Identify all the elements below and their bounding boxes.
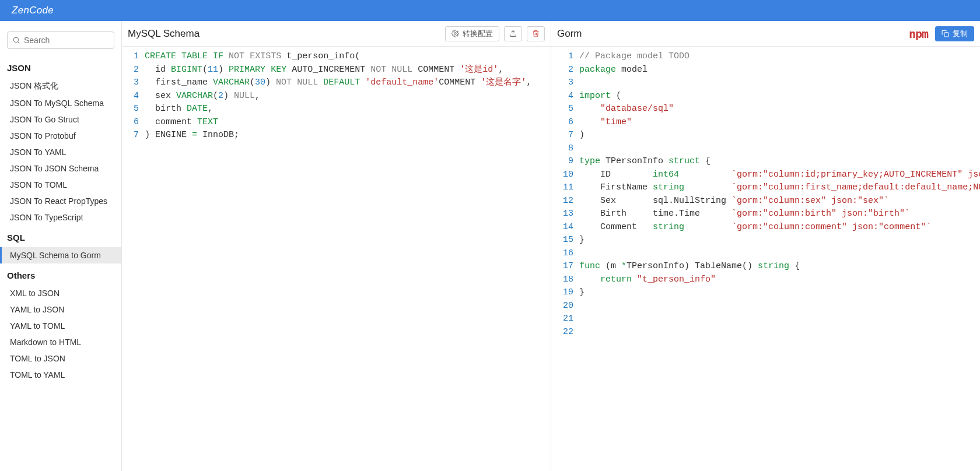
code-line[interactable]: func (m *TPersonInfo) TableName() string… [579,260,974,273]
code-line[interactable] [579,312,974,326]
brand-name: ZenCode [12,5,54,16]
left-panel: MySQL Schema 转换配置 1234567 CREATE TA [122,21,551,471]
svg-line-1 [18,42,20,44]
left-panel-header: MySQL Schema 转换配置 [122,21,551,47]
convert-settings-label: 转换配置 [463,29,493,39]
sidebar-item[interactable]: JSON To JSON Schema [0,160,121,177]
sidebar-item[interactable]: TOML to YAML [0,367,121,383]
code-line[interactable]: birth DATE, [145,103,531,116]
code-line[interactable]: return "t_person_info" [579,273,974,287]
sidebar-group-title: Others [0,263,121,285]
svg-point-0 [13,37,18,42]
code-line[interactable]: ) [579,129,974,142]
code-line[interactable]: Birth time.Time `gorm:"column:birth" jso… [579,208,974,221]
code-line[interactable]: first_name VARCHAR(30) NOT NULL DEFAULT … [145,76,531,90]
code-line[interactable]: } [579,234,974,247]
code-line[interactable] [579,247,974,261]
sidebar-group-title: SQL [0,226,121,247]
gear-icon [452,30,459,37]
upload-icon [509,30,517,37]
search-input[interactable] [24,36,109,45]
sidebar-item[interactable]: JSON 格式化 [0,78,121,95]
code-line[interactable]: FirstName string `gorm:"column:first_nam… [579,181,974,195]
sidebar-item[interactable]: Markdown to HTML [0,334,121,350]
svg-point-2 [454,33,456,34]
right-gutter: 12345678910111213141516171819202122 [551,47,579,471]
right-code[interactable]: // Package model TODOpackage model impor… [579,47,980,471]
code-line[interactable]: CREATE TABLE IF NOT EXISTS t_person_info… [145,50,531,64]
code-line[interactable] [579,326,974,339]
code-line[interactable]: } [579,286,974,300]
right-panel: Gorm npm 复制 1234567891011121314151617181… [551,21,980,471]
sidebar-item[interactable]: YAML to TOML [0,318,121,334]
search-icon [12,36,20,44]
sidebar-item[interactable]: JSON To Go Struct [0,111,121,128]
code-line[interactable] [579,142,974,156]
trash-icon [532,30,540,37]
convert-settings-button[interactable]: 转换配置 [445,26,499,41]
app-body: JSONJSON 格式化JSON To MySQL SchemaJSON To … [0,21,980,471]
left-panel-title: MySQL Schema [128,28,200,40]
copy-label: 复制 [953,29,968,39]
sidebar-item[interactable]: JSON To TOML [0,177,121,193]
sidebar-item[interactable]: TOML to JSON [0,350,121,367]
code-line[interactable]: "time" [579,116,974,129]
sidebar-item[interactable]: MySQL Schema to Gorm [0,247,121,263]
code-line[interactable]: id BIGINT(11) PRIMARY KEY AUTO_INCREMENT… [145,64,531,77]
right-panel-header: Gorm npm 复制 [551,21,980,47]
left-editor[interactable]: 1234567 CREATE TABLE IF NOT EXISTS t_per… [122,47,551,471]
sidebar-item[interactable]: JSON To MySQL Schema [0,95,121,111]
sidebar-item[interactable]: YAML to JSON [0,301,121,318]
code-line[interactable]: Sex sql.NullString `gorm:"column:sex" js… [579,195,974,208]
app-header: ZenCode [0,0,980,21]
code-line[interactable]: comment TEXT [145,116,531,129]
upload-button[interactable] [504,26,522,41]
code-line[interactable] [579,76,974,90]
copy-icon [942,30,949,37]
code-line[interactable] [579,300,974,313]
code-line[interactable]: import ( [579,90,974,103]
sidebar-item[interactable]: JSON To TypeScript [0,209,121,226]
code-line[interactable]: type TPersonInfo struct { [579,155,974,168]
sidebar-item[interactable]: JSON To React PropTypes [0,193,121,209]
sidebar-group-title: JSON [0,56,121,78]
copy-button[interactable]: 复制 [935,26,974,41]
sidebar: JSONJSON 格式化JSON To MySQL SchemaJSON To … [0,21,122,471]
code-line[interactable]: sex VARCHAR(2) NULL, [145,90,531,103]
delete-button[interactable] [527,26,545,41]
right-editor[interactable]: 12345678910111213141516171819202122 // P… [551,47,980,471]
right-panel-title: Gorm [557,28,582,40]
code-line[interactable]: // Package model TODO [579,50,974,64]
sidebar-item[interactable]: JSON To Protobuf [0,128,121,144]
left-gutter: 1234567 [122,47,145,471]
code-line[interactable]: package model [579,64,974,77]
code-line[interactable]: ) ENGINE = InnoDB; [145,129,531,142]
panels: MySQL Schema 转换配置 1234567 CREATE TA [122,21,980,471]
code-line[interactable]: "database/sql" [579,103,974,116]
search-box[interactable] [7,31,114,49]
code-line[interactable]: Comment string `gorm:"column:comment" js… [579,221,974,234]
sidebar-item[interactable]: JSON To YAML [0,144,121,160]
svg-rect-4 [944,33,949,37]
sidebar-item[interactable]: XML to JSON [0,285,121,301]
code-line[interactable]: ID int64 `gorm:"column:id;primary_key;AU… [579,168,974,182]
left-code[interactable]: CREATE TABLE IF NOT EXISTS t_person_info… [145,47,537,471]
npm-logo[interactable]: npm [909,27,928,41]
